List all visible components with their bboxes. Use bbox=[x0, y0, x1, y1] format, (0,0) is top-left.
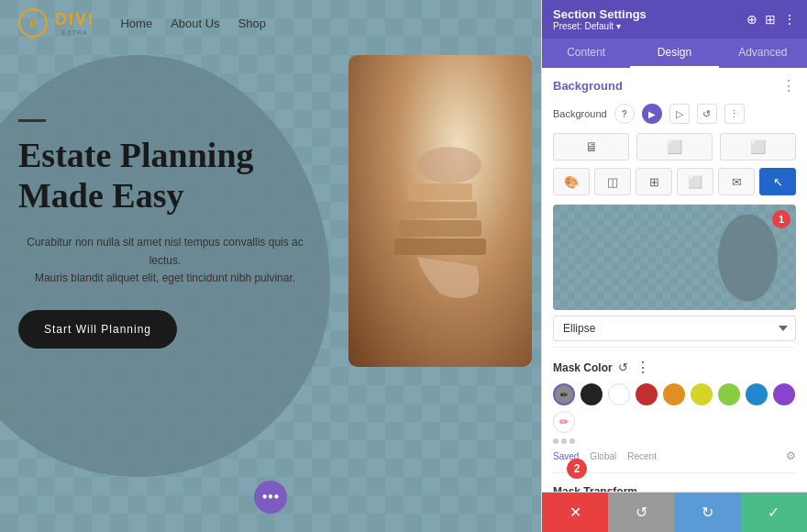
panel-header: Section Settings Preset: Default ▾ ⊕ ⊞ ⋮ bbox=[542, 0, 807, 39]
panel-tabs: Content Design Advanced bbox=[542, 39, 807, 68]
mask-color-header: Mask Color ↺ ⋮ bbox=[542, 351, 807, 380]
device-mobile[interactable]: ⬜ bbox=[720, 133, 796, 161]
mask-transform-header: Mask Transform bbox=[542, 477, 807, 492]
color-dot-3 bbox=[569, 438, 575, 444]
mask-transform-label: Mask Transform bbox=[553, 485, 637, 492]
preview-badge: 1 bbox=[772, 210, 790, 228]
swatch-black[interactable] bbox=[580, 383, 602, 405]
swatch-purple[interactable] bbox=[773, 383, 795, 405]
color-dot-1 bbox=[553, 438, 558, 444]
fab-button[interactable]: ••• bbox=[254, 481, 287, 514]
panel-footer: ✕ ↺ ↻ ✓ bbox=[542, 492, 807, 532]
hero-subtitle: Curabitur non nulla sit amet nisl tempus… bbox=[18, 234, 312, 287]
panel-icon-grid[interactable]: ⊞ bbox=[765, 12, 776, 28]
swatch-red[interactable] bbox=[636, 383, 658, 405]
type-mask[interactable]: ↖ bbox=[759, 168, 796, 195]
bg-label-text: Background bbox=[553, 108, 607, 119]
device-desktop[interactable]: 🖥 bbox=[553, 133, 629, 161]
hero-line bbox=[18, 119, 46, 122]
panel-icon-responsive[interactable]: ⊕ bbox=[746, 12, 757, 28]
color-dots-row bbox=[542, 437, 807, 448]
logo-sub: EXTRA bbox=[55, 29, 94, 36]
site-header: D DIVI EXTRA Home About Us Shop bbox=[0, 0, 541, 46]
panel-title: Section Settings bbox=[553, 7, 647, 21]
hero-photo-inner bbox=[348, 55, 532, 367]
site-logo: D DIVI EXTRA bbox=[18, 8, 94, 38]
swatch-active[interactable]: ✏ bbox=[553, 383, 575, 405]
background-section-header: Background ⋮ bbox=[542, 68, 807, 98]
bg-reset-btn[interactable]: ↺ bbox=[697, 104, 717, 124]
panel-icon-more[interactable]: ⋮ bbox=[783, 12, 796, 28]
svg-point-4 bbox=[417, 147, 481, 183]
ellipse-dropdown[interactable]: Ellipse Circle Triangle Diamond Blob bbox=[553, 316, 796, 341]
hero-content: Estate Planning Made Easy Curabitur non … bbox=[18, 119, 312, 349]
svg-rect-1 bbox=[399, 220, 481, 237]
device-tablet[interactable]: ⬜ bbox=[636, 133, 713, 161]
mask-color-label: Mask Color bbox=[553, 361, 613, 374]
logo-text: DIVI bbox=[55, 10, 94, 28]
svg-rect-0 bbox=[394, 238, 486, 255]
footer-cancel-button[interactable]: ✕ bbox=[542, 493, 608, 532]
bg-active-btn[interactable]: ▶ bbox=[642, 104, 662, 124]
panel-preset: Preset: Default ▾ bbox=[553, 21, 647, 31]
mask-color-more[interactable]: ⋮ bbox=[636, 359, 650, 376]
swatch-orange[interactable] bbox=[663, 383, 685, 405]
footer-undo-button[interactable]: ↺ bbox=[608, 493, 674, 532]
preview-ellipse bbox=[718, 214, 778, 301]
tab-design[interactable]: Design bbox=[630, 39, 718, 68]
nav-about[interactable]: About Us bbox=[171, 17, 219, 30]
type-video[interactable]: ⬜ bbox=[677, 168, 713, 195]
swatch-white[interactable] bbox=[608, 383, 630, 405]
saved-gear-icon[interactable]: ⚙ bbox=[786, 449, 796, 463]
bg-more-btn[interactable]: ⋮ bbox=[724, 104, 745, 124]
badge-2: 2 bbox=[567, 459, 587, 479]
site-nav: Home About Us Shop bbox=[120, 0, 266, 46]
nav-shop[interactable]: Shop bbox=[238, 17, 266, 30]
svg-rect-2 bbox=[404, 202, 477, 218]
logo-circle: D bbox=[18, 8, 48, 38]
mask-color-reset[interactable]: ↺ bbox=[618, 360, 628, 375]
fab-icon: ••• bbox=[262, 488, 280, 507]
swatch-yellow[interactable] bbox=[691, 383, 713, 405]
preview-area: 1 bbox=[553, 205, 796, 310]
bg-label-row: Background ? ▶ ▷ ↺ ⋮ bbox=[542, 98, 807, 129]
bg-arrow-btn[interactable]: ▷ bbox=[669, 104, 690, 124]
footer-save-button[interactable]: ✓ bbox=[741, 493, 807, 532]
swatch-blue[interactable] bbox=[746, 383, 768, 405]
color-dot-2 bbox=[561, 438, 567, 444]
type-row: 🎨 ◫ ⊞ ⬜ ✉ ↖ bbox=[542, 164, 807, 199]
type-map[interactable]: ✉ bbox=[718, 168, 755, 195]
footer-redo-button[interactable]: ↻ bbox=[675, 493, 741, 532]
hero-title: Estate Planning Made Easy bbox=[18, 136, 312, 216]
dropdown-row: Ellipse Circle Triangle Diamond Blob bbox=[553, 316, 796, 341]
hero-photo bbox=[348, 55, 532, 367]
preview-bg bbox=[553, 205, 796, 310]
recent-label[interactable]: Recent bbox=[627, 451, 657, 461]
divider-2 bbox=[553, 472, 796, 473]
type-gradient[interactable]: ◫ bbox=[594, 168, 631, 195]
hero-illustration bbox=[376, 110, 504, 312]
nav-home[interactable]: Home bbox=[120, 17, 152, 30]
type-pattern[interactable]: ⊞ bbox=[636, 168, 672, 195]
svg-rect-3 bbox=[408, 183, 472, 200]
website-preview: D DIVI EXTRA Home About Us Shop Estate P… bbox=[0, 0, 541, 532]
device-row: 🖥 ⬜ ⬜ bbox=[542, 129, 807, 164]
bg-help-btn[interactable]: ? bbox=[614, 104, 635, 124]
hero-cta-button[interactable]: Start Will Planning bbox=[18, 310, 177, 349]
background-section-title: Background bbox=[553, 79, 623, 93]
background-section-more[interactable]: ⋮ bbox=[781, 77, 796, 94]
swatch-pen[interactable]: ✏ bbox=[553, 411, 575, 433]
global-label[interactable]: Global bbox=[590, 451, 616, 461]
divider-1 bbox=[553, 347, 796, 348]
type-color[interactable]: 🎨 bbox=[553, 168, 590, 195]
swatch-green[interactable] bbox=[718, 383, 740, 405]
panel-header-icons: ⊕ ⊞ ⋮ bbox=[746, 12, 796, 28]
panel-body: Background ⋮ Background ? ▶ ▷ ↺ ⋮ 🖥 ⬜ ⬜ … bbox=[542, 68, 807, 492]
tab-advanced[interactable]: Advanced bbox=[719, 39, 807, 68]
tab-content[interactable]: Content bbox=[542, 39, 630, 68]
color-swatches: ✏ ✏ bbox=[542, 380, 807, 437]
settings-panel: Section Settings Preset: Default ▾ ⊕ ⊞ ⋮… bbox=[541, 0, 807, 532]
